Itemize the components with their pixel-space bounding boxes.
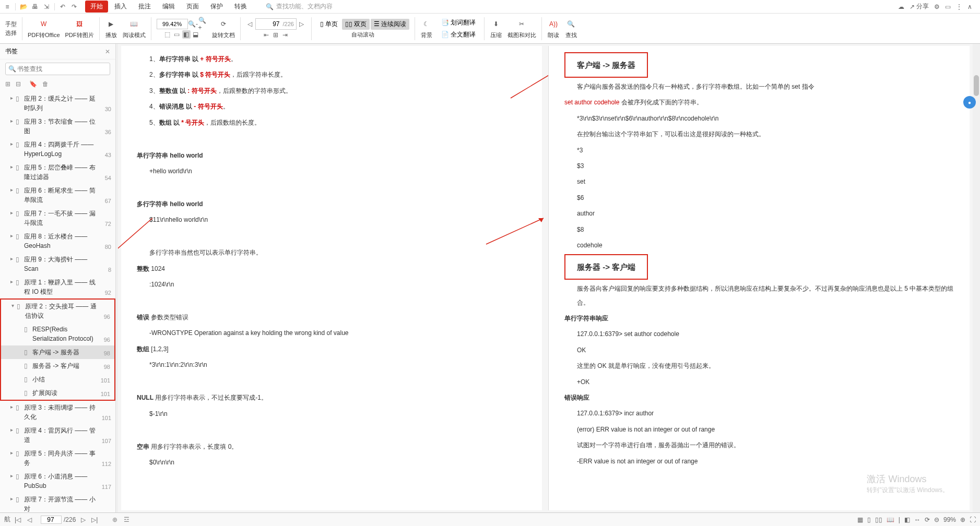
- menubar-search[interactable]: 🔍 查找功能、文档内容: [262, 1, 336, 13]
- crop-button[interactable]: ✂截图和对比: [505, 17, 538, 40]
- sidebar-list[interactable]: ▸▯应用 2：缓兵之计 —— 延时队列30▸▯应用 3：节衣缩食 —— 位图36…: [0, 92, 115, 512]
- collapse-icon[interactable]: ∧: [967, 3, 972, 10]
- export-icon[interactable]: ⇲: [42, 2, 51, 11]
- sidebar-item[interactable]: ▸▯原理 4：雷厉风行 —— 管道107: [0, 424, 115, 447]
- expand-all-icon[interactable]: ⊞: [5, 80, 10, 88]
- bookmark-icon[interactable]: 🔖: [29, 80, 37, 88]
- sidebar-search-input[interactable]: [5, 63, 110, 75]
- rotate-button[interactable]: ⟳旋转文档: [210, 17, 237, 40]
- sidebar-item[interactable]: ▸▯原理 1：鞭辟入里 —— 线程 IO 模型92: [0, 276, 115, 298]
- menu-icon[interactable]: ▭: [945, 3, 951, 10]
- tab-start[interactable]: 开始: [85, 1, 108, 13]
- sidebar-item[interactable]: ▸▯应用 4：四两拨千斤 —— HyperLogLog43: [0, 138, 115, 161]
- pdf-to-image[interactable]: 🖼PDF转图片: [63, 17, 96, 40]
- rotate-status-icon[interactable]: ⟳: [925, 516, 930, 523]
- share-button[interactable]: ↗分享: [910, 2, 929, 11]
- search-button[interactable]: 🔍查找: [563, 17, 580, 40]
- read-mode[interactable]: 📖阅读模式: [121, 17, 148, 40]
- sidebar-item[interactable]: ▸▯应用 7：一毛不拔 —— 漏斗限流72: [0, 207, 115, 230]
- sidebar-item[interactable]: ▯服务器 -> 客户端98: [0, 359, 115, 373]
- pdf-to-office[interactable]: WPDF转Office: [26, 17, 62, 40]
- continuous-button[interactable]: ☰连续阅读: [371, 19, 409, 30]
- fit-width-icon[interactable]: ⬚: [163, 30, 172, 39]
- speaker-icon: A)): [547, 18, 560, 30]
- file-menu-icon[interactable]: ≡: [3, 2, 12, 11]
- zoom-in-icon[interactable]: 🔍+: [198, 20, 207, 28]
- zoom-in-status-icon[interactable]: ⊕: [960, 516, 965, 523]
- page-input[interactable]: [256, 20, 281, 28]
- sidebar-item[interactable]: ▸▯原理 5：同舟共济 —— 事务112: [0, 447, 115, 470]
- last-icon[interactable]: ▷|: [90, 516, 99, 524]
- fit-page-icon[interactable]: ▭: [173, 30, 181, 39]
- sidebar-item[interactable]: ▸▯应用 5：层峦叠嶂 —— 布隆过滤器54: [0, 161, 115, 184]
- tab-page[interactable]: 页面: [181, 1, 204, 13]
- undo-icon[interactable]: ↶: [58, 2, 67, 11]
- sidebar-item[interactable]: ▾▯原理 2：交头接耳 —— 通信协议96: [0, 298, 115, 322]
- compress-button[interactable]: ⬇压缩: [488, 17, 504, 40]
- sidebar-close-icon[interactable]: ✕: [105, 48, 110, 55]
- sidebar-item[interactable]: ▯扩展阅读101: [0, 386, 115, 401]
- tab-protect[interactable]: 保护: [205, 1, 228, 13]
- first-icon[interactable]: |◁: [14, 516, 22, 524]
- double-page-button[interactable]: ▯▯双页: [342, 19, 370, 30]
- fit-icon[interactable]: ◧: [904, 516, 910, 523]
- autoscroll-button[interactable]: 自动滚动: [351, 31, 374, 39]
- status-page-input[interactable]: [41, 516, 62, 524]
- fullscreen-icon[interactable]: ⛶: [970, 516, 976, 523]
- sidebar-item[interactable]: ▸▯应用 8：近水楼台 —— GeoHash80: [0, 230, 115, 253]
- first-page-icon[interactable]: ⇤: [262, 31, 270, 39]
- status-circle-plus-icon[interactable]: ⊕: [112, 516, 117, 523]
- open-icon[interactable]: 📂: [19, 2, 28, 11]
- more-icon[interactable]: ⋮: [956, 3, 962, 10]
- sidebar-item[interactable]: ▯客户端 -> 服务器98: [0, 345, 115, 359]
- zoom-out-status-icon[interactable]: ⊖: [934, 516, 939, 523]
- scroll-thumb[interactable]: [974, 75, 979, 96]
- next-icon[interactable]: ▷: [79, 516, 87, 524]
- save-icon[interactable]: 🖶: [30, 2, 40, 11]
- next-page-icon[interactable]: ▷: [298, 20, 306, 28]
- sidebar-item[interactable]: ▸▯原理 7：开源节流 —— 小对: [0, 493, 115, 512]
- sidebar-item[interactable]: ▸▯应用 2：缓兵之计 —— 延时队列30: [0, 92, 115, 115]
- tab-convert[interactable]: 转换: [229, 1, 252, 13]
- tab-insert[interactable]: 插入: [109, 1, 132, 13]
- fit-actual-icon[interactable]: ◧: [182, 30, 191, 39]
- goto-page-icon[interactable]: ⊞: [271, 31, 280, 39]
- double-view-icon[interactable]: ▯▯: [875, 516, 882, 523]
- redo-icon[interactable]: ↷: [69, 2, 79, 11]
- sidebar-item[interactable]: ▯小结101: [0, 373, 115, 386]
- sidebar-item[interactable]: ▸▯应用 3：节衣缩食 —— 位图36: [0, 115, 115, 138]
- single-page-button[interactable]: ▯单页: [317, 19, 341, 30]
- word-translate-button[interactable]: 📑划词翻译: [438, 17, 479, 28]
- vertical-scrollbar[interactable]: [973, 44, 980, 512]
- zoom-input[interactable]: [157, 19, 188, 29]
- sidebar-item[interactable]: ▸▯原理 3：未雨绸缪 —— 持久化101: [0, 401, 115, 424]
- sidebar-item[interactable]: ▯RESP(Redis Serialization Protocol)96: [0, 322, 115, 345]
- collapse-all-icon[interactable]: ⊟: [16, 80, 21, 88]
- zoom-level: 99%: [943, 516, 956, 523]
- prev-icon[interactable]: ◁: [25, 516, 33, 524]
- hand-tool[interactable]: 手型 选择: [3, 19, 19, 38]
- single-view-icon[interactable]: ▯: [867, 516, 871, 523]
- floating-badge[interactable]: ●: [963, 96, 976, 109]
- sidebar-item[interactable]: ▸▯应用 6：断尾求生 —— 简单限流67: [0, 184, 115, 207]
- stretch-icon[interactable]: ↔: [914, 516, 920, 523]
- document-viewport[interactable]: 1、单行字符串 以 + 符号开头。 2、多行字符串 以 $ 符号开头，后跟字符串…: [118, 44, 980, 512]
- full-translate-button[interactable]: 📄全文翻译: [438, 29, 479, 40]
- tab-edit[interactable]: 编辑: [157, 1, 180, 13]
- last-page-icon[interactable]: ⇥: [281, 31, 289, 39]
- sidebar-item[interactable]: ▸▯应用 9：大海捞针 —— Scan8: [0, 253, 115, 276]
- background-button[interactable]: ☾背景: [418, 17, 435, 40]
- prev-page-icon[interactable]: ◁: [246, 20, 254, 28]
- book-view-icon[interactable]: 📖: [887, 516, 894, 523]
- grid-view-icon[interactable]: ▦: [857, 516, 863, 523]
- tab-annotate[interactable]: 批注: [133, 1, 156, 13]
- status-list-icon[interactable]: ☲: [124, 516, 129, 523]
- zoom-out-icon[interactable]: 🔍-: [189, 20, 197, 28]
- settings-icon[interactable]: ⚙: [934, 3, 940, 10]
- fit-height-icon[interactable]: ⬓: [192, 30, 200, 39]
- delete-icon[interactable]: 🗑: [42, 80, 49, 88]
- sidebar-item[interactable]: ▸▯原理 6：小道消息 —— PubSub117: [0, 470, 115, 493]
- read-aloud-button[interactable]: A))朗读: [545, 17, 562, 40]
- cloud-icon[interactable]: ☁: [898, 3, 904, 10]
- play-button[interactable]: ▶播放: [103, 17, 120, 40]
